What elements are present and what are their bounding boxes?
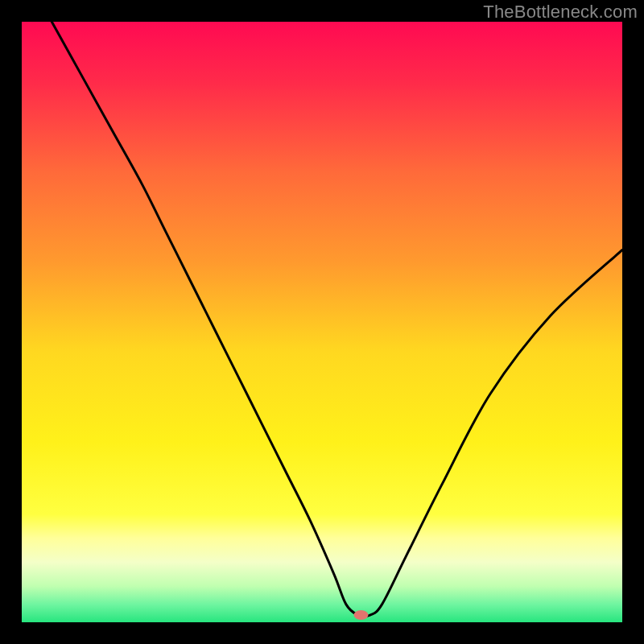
bottleneck-chart: [22, 22, 622, 622]
gradient-background: [22, 22, 622, 622]
watermark-text: TheBottleneck.com: [483, 2, 638, 23]
optimal-point-marker: [353, 610, 368, 620]
chart-frame: TheBottleneck.com: [0, 0, 644, 644]
plot-area: [22, 22, 622, 622]
